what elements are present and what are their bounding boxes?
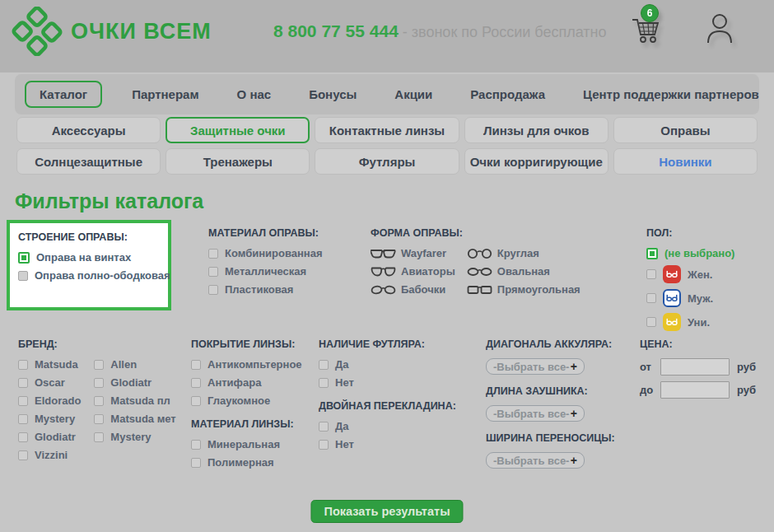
checkbox[interactable] (319, 378, 329, 388)
category-corrective-glasses[interactable]: Очки корригирующие (464, 148, 608, 175)
category-accessories[interactable]: Аксессуары (16, 117, 161, 143)
checkbox[interactable] (319, 440, 329, 450)
checkbox[interactable] (94, 432, 104, 442)
checkbox[interactable] (94, 360, 104, 370)
option-frame-on-screws[interactable]: Оправа на винтах (18, 251, 160, 264)
price-to-input[interactable] (660, 381, 730, 399)
checkbox[interactable] (646, 269, 656, 279)
option-brand[interactable]: Mystery (18, 413, 81, 425)
option-case-yes[interactable]: Да (319, 358, 456, 371)
category-new-arrivals[interactable]: Новинки (613, 148, 758, 175)
option-plastic[interactable]: Пластиковая (208, 283, 322, 296)
option-bridge-no[interactable]: Нет (319, 438, 456, 450)
option-combined[interactable]: Комбинированная (208, 247, 322, 259)
option-oval[interactable]: Овальная (467, 265, 580, 278)
checkbox[interactable] (319, 360, 329, 370)
option-gender-male[interactable]: Муж. (646, 289, 734, 307)
brand-logo[interactable]: ОЧКИ ВСЕМ (12, 7, 212, 56)
checkbox[interactable] (208, 285, 218, 295)
nav-item-partner-support[interactable]: Центр поддержки партнеров (575, 82, 767, 107)
category-sunglasses[interactable]: Солнцезащитные (16, 148, 161, 175)
option-metal[interactable]: Металлическая (208, 265, 322, 278)
option-aviators[interactable]: Авиаторы (371, 265, 455, 278)
checkbox[interactable] (94, 378, 104, 388)
option-glaucoma[interactable]: Глаукомное (191, 394, 302, 407)
option-brand[interactable]: Vizzini (18, 449, 81, 461)
checkbox[interactable] (18, 432, 28, 442)
category-cases[interactable]: Футляры (315, 148, 459, 175)
show-results-button[interactable]: Показать результаты (310, 500, 463, 523)
checkbox[interactable] (191, 360, 201, 370)
category-trainers[interactable]: Тренажеры (166, 148, 310, 175)
filter-brand: БРЕНД: Matsuda Oscar Eldorado Mystery Gl… (18, 338, 176, 467)
cart-count-badge: 6 (641, 4, 659, 22)
category-contact-lenses[interactable]: Контактные линзы (315, 117, 459, 143)
checkbox[interactable] (191, 396, 201, 406)
header: ОЧКИ ВСЕМ 8 800 77 55 444 - звонок по Ро… (0, 0, 774, 72)
checkbox[interactable] (18, 414, 28, 424)
option-gender-none[interactable]: (не выбрано) (646, 247, 734, 259)
cart-button[interactable]: 6 (627, 10, 664, 48)
checkbox[interactable] (646, 293, 656, 303)
option-brand[interactable]: Allen (94, 358, 175, 371)
checkbox[interactable] (94, 396, 104, 406)
option-brand[interactable]: Oscar (18, 376, 81, 389)
option-brand[interactable]: Glodiatr (18, 431, 81, 443)
checkbox[interactable] (319, 422, 329, 432)
option-case-no[interactable]: Нет (319, 376, 456, 389)
option-brand[interactable]: Mystery (94, 431, 175, 443)
option-label: Glodiatr (110, 376, 152, 389)
category-safety-glasses[interactable]: Защитные очки (166, 117, 310, 143)
option-gender-unisex[interactable]: Уни. (646, 313, 734, 331)
nav-item-sale[interactable]: Распродажа (462, 82, 553, 107)
bridge-width-select[interactable]: -Выбрать все- + (486, 452, 585, 469)
checkbox[interactable] (191, 440, 201, 450)
lens-diagonal-select[interactable]: -Выбрать все- + (486, 358, 585, 375)
checkbox[interactable] (208, 267, 218, 277)
option-wayfarer[interactable]: Wayfarer (371, 247, 455, 259)
checkbox[interactable] (191, 458, 201, 468)
option-butterfly[interactable]: Бабочки (371, 283, 455, 296)
option-brand[interactable]: Matsuda пл (94, 394, 175, 407)
checkbox[interactable] (18, 360, 28, 370)
checkbox[interactable] (18, 450, 28, 460)
filter-title: ПОКРЫТИЕ ЛИНЗЫ: (191, 338, 302, 350)
checkbox[interactable] (94, 414, 104, 424)
checkbox[interactable] (191, 378, 201, 388)
option-rectangular[interactable]: Прямоугольная (467, 283, 580, 296)
option-brand[interactable]: Matsuda мет (94, 413, 175, 425)
option-full-rim-frame[interactable]: Оправа полно-ободковая (18, 269, 160, 282)
option-anti-computer[interactable]: Антикомпьтерное (191, 358, 302, 371)
temple-length-select[interactable]: -Выбрать все- + (486, 405, 585, 422)
option-brand[interactable]: Eldorado (18, 394, 81, 407)
checkbox-checked[interactable] (18, 252, 30, 264)
option-label: Glodiatr (35, 431, 76, 443)
option-brand[interactable]: Glodiatr (94, 376, 175, 389)
nav-item-promotions[interactable]: Акции (386, 82, 441, 107)
category-glasses-lenses[interactable]: Линзы для очков (464, 117, 608, 143)
option-anti-glare[interactable]: Антифара (191, 376, 302, 389)
price-unit: руб (737, 384, 756, 396)
checkbox[interactable] (18, 271, 28, 281)
price-from-input[interactable] (660, 358, 730, 376)
nav-item-catalog[interactable]: Каталог (25, 81, 102, 108)
option-label: Matsuda пл (110, 394, 170, 407)
option-gender-female[interactable]: Жен. (646, 265, 734, 283)
nav-item-bonuses[interactable]: Бонусы (301, 82, 365, 107)
nav-item-about[interactable]: О нас (229, 82, 280, 107)
option-bridge-yes[interactable]: Да (319, 420, 456, 432)
filter-title: МАТЕРИАЛ ЛИНЗЫ: (191, 418, 302, 430)
nav-item-partners[interactable]: Партнерам (124, 82, 207, 107)
checkbox[interactable] (208, 249, 218, 259)
checkbox[interactable] (18, 378, 28, 388)
category-frames[interactable]: Оправы (613, 117, 758, 143)
account-button[interactable] (702, 10, 738, 48)
checkbox[interactable] (18, 396, 28, 406)
option-round[interactable]: Круглая (467, 247, 580, 259)
option-polymer[interactable]: Полимерная (191, 456, 302, 469)
option-brand[interactable]: Matsuda (18, 358, 81, 371)
option-mineral[interactable]: Минеральная (191, 438, 302, 450)
checkbox[interactable] (646, 317, 656, 327)
option-label: Да (335, 420, 349, 432)
checkbox-checked[interactable] (646, 248, 658, 259)
